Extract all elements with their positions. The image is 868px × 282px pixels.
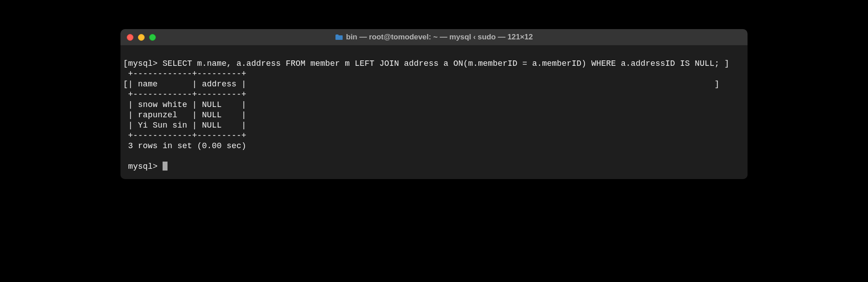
bracket-open: [	[123, 59, 128, 68]
table-row: | snow white | NULL |	[123, 100, 246, 109]
cursor	[163, 162, 168, 171]
sql-query: SELECT m.name, a.address FROM member m L…	[163, 59, 724, 68]
table-separator-bottom: +------------+---------+	[123, 131, 246, 140]
terminal-body[interactable]: [mysql> SELECT m.name, a.address FROM me…	[120, 45, 748, 179]
maximize-button[interactable]	[149, 34, 156, 41]
table-row: | rapunzel | NULL |	[123, 111, 246, 120]
terminal-window: bin — root@tomodevel: ~ — mysql ‹ sudo —…	[120, 29, 748, 179]
bracket-close: ]	[724, 59, 729, 68]
titlebar: bin — root@tomodevel: ~ — mysql ‹ sudo —…	[120, 29, 748, 45]
table-separator-top: +------------+---------+	[123, 69, 246, 78]
mysql-prompt: mysql>	[123, 162, 163, 171]
traffic-lights	[120, 34, 156, 41]
table-header: | name | address |	[128, 80, 246, 89]
table-row: | Yi Sun sin | NULL |	[123, 121, 246, 130]
window-title: bin — root@tomodevel: ~ — mysql ‹ sudo —…	[346, 33, 533, 42]
result-summary: 3 rows in set (0.00 sec)	[123, 141, 246, 150]
mysql-prompt: mysql>	[128, 59, 163, 68]
table-separator-mid: +------------+---------+	[123, 90, 246, 99]
minimize-button[interactable]	[138, 34, 145, 41]
bracket-open: [	[123, 80, 128, 89]
title-content: bin — root@tomodevel: ~ — mysql ‹ sudo —…	[120, 33, 748, 42]
close-button[interactable]	[127, 34, 133, 41]
header-suffix: ]	[246, 80, 719, 89]
folder-icon	[335, 34, 343, 40]
